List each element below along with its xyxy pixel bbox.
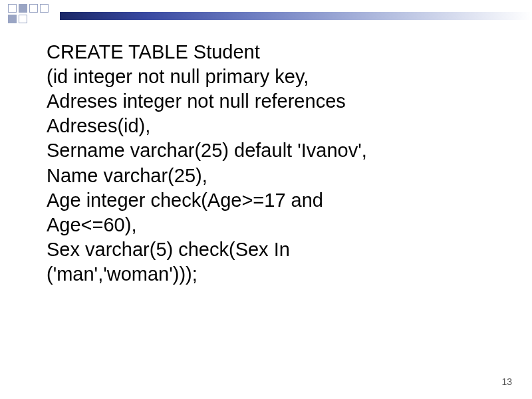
code-line: Sex varchar(5) check(Sex In xyxy=(47,237,499,262)
slide-content: CREATE TABLE Student (id integer not nul… xyxy=(47,40,499,287)
slide-header-decoration xyxy=(0,0,532,25)
decoration-squares-bottom xyxy=(8,15,27,23)
decoration-square xyxy=(8,15,17,23)
code-line: Age integer check(Age>=17 and xyxy=(47,188,499,213)
code-line: Age<=60), xyxy=(47,213,499,237)
gradient-bar xyxy=(60,12,532,20)
decoration-square xyxy=(40,4,49,13)
code-line: Sername varchar(25) default 'Ivanov', xyxy=(47,138,499,163)
code-line: Name varchar(25), xyxy=(47,164,499,188)
decoration-square xyxy=(29,4,38,13)
code-line: CREATE TABLE Student xyxy=(47,40,499,65)
decoration-squares-top xyxy=(8,4,49,13)
code-line: ('man','woman'))); xyxy=(47,262,499,287)
decoration-square xyxy=(8,4,17,13)
decoration-square xyxy=(19,4,27,13)
code-line: (id integer not null primary key, xyxy=(47,65,499,89)
page-number: 13 xyxy=(501,376,512,387)
decoration-square xyxy=(19,15,27,23)
code-line: Adreses integer not null references xyxy=(47,89,499,114)
code-line: Adreses(id), xyxy=(47,114,499,138)
